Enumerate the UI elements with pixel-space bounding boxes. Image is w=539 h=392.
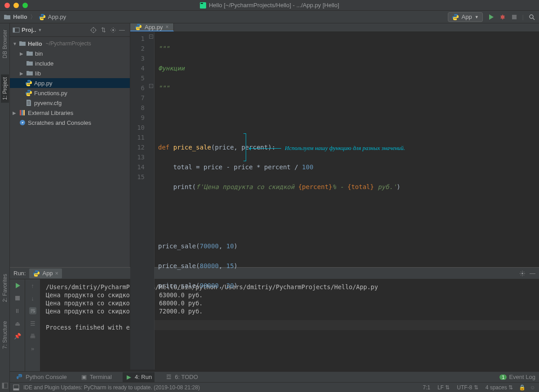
gear-icon[interactable] — [109, 26, 117, 34]
python-file-icon — [39, 13, 46, 21]
scratches-icon — [19, 119, 26, 126]
tree-folder[interactable]: ▶ lib — [10, 68, 130, 78]
tree-file[interactable]: pyvenv.cfg — [10, 98, 130, 108]
todo-tab[interactable]: ☲ 6: TODO — [163, 372, 201, 382]
tool-window-icon[interactable] — [1, 382, 9, 389]
exit-button[interactable]: ⏏ — [14, 320, 21, 327]
python-file-icon — [33, 270, 40, 277]
python-file-icon — [135, 23, 142, 31]
close-run-tab[interactable]: × — [55, 270, 59, 277]
tree-folder[interactable]: ▶ bin — [10, 48, 130, 58]
status-lineending[interactable]: LF ⇅ — [436, 384, 451, 391]
editor[interactable]: 123456789101112131415 − − """ Функции ""… — [130, 32, 539, 370]
project-view-icon — [13, 26, 20, 34]
svg-rect-17 — [15, 296, 20, 300]
locate-icon[interactable] — [89, 26, 97, 34]
tree-external-libs[interactable]: ▶ External Libraries — [10, 108, 130, 118]
minimize-window-button[interactable] — [13, 3, 19, 8]
python-console-tab[interactable]: Python Console — [13, 372, 70, 382]
annotation-bracket — [243, 133, 246, 161]
editor-tab[interactable]: App.py × — [130, 23, 174, 31]
debug-button[interactable] — [499, 13, 506, 21]
breadcrumb-file[interactable]: App.py — [39, 13, 66, 21]
tree-folder[interactable]: include — [10, 58, 130, 68]
pause-button[interactable]: ⏸ — [14, 307, 21, 314]
status-encoding[interactable]: UTF-8 ⇅ — [455, 384, 480, 391]
search-icon[interactable] — [528, 13, 535, 21]
run-controls: ⏸ ⏏ 📌 — [10, 279, 25, 371]
expand-all-icon[interactable]: ⇅ — [99, 26, 107, 34]
list-icon: ☲ — [165, 374, 172, 381]
rerun-button[interactable] — [14, 282, 21, 289]
db-browser-tab[interactable]: DB Browser — [1, 27, 9, 61]
run-button[interactable] — [487, 13, 495, 21]
folder-icon — [26, 70, 33, 77]
play-icon: ▶ — [125, 374, 133, 381]
svg-point-4 — [530, 15, 533, 18]
folder-icon — [4, 13, 11, 21]
python-icon — [16, 374, 23, 381]
python-file-icon — [25, 89, 32, 97]
svg-point-2 — [501, 15, 504, 19]
bottom-toolbar: Python Console ▣ Terminal ▶ 4: Run ☲ 6: … — [10, 371, 539, 382]
status-position[interactable]: 7:1 — [421, 384, 432, 391]
stop-button[interactable] — [511, 13, 518, 21]
pycharm-icon — [200, 2, 206, 9]
svg-point-10 — [93, 30, 94, 31]
run-config-selector[interactable]: App ▼ — [448, 12, 483, 22]
breadcrumb-root[interactable]: Hello — [4, 13, 27, 21]
tool-window-icon[interactable] — [13, 384, 20, 391]
project-title: Proj.. — [22, 26, 36, 33]
close-tab-button[interactable]: × — [165, 24, 168, 30]
lock-icon[interactable]: 🔒 — [518, 384, 526, 391]
scroll-button[interactable]: ☰ — [29, 320, 36, 327]
structure-tab[interactable]: 7: Structure — [1, 318, 9, 352]
chevron-down-icon: ▼ — [475, 15, 479, 19]
wrap-button[interactable] — [29, 307, 36, 314]
more-button[interactable]: » — [29, 345, 36, 352]
left-gutter: DB Browser 1: Project 2: Favorites 7: St… — [0, 23, 10, 392]
terminal-tab[interactable]: ▣ Terminal — [78, 372, 115, 382]
status-bar: IDE and Plugin Updates: PyCharm is ready… — [10, 382, 539, 392]
run-controls-2: ↑ ↓ ☰ 🖶 » — [25, 279, 40, 371]
svg-rect-19 — [13, 388, 19, 390]
terminal-icon: ▣ — [80, 374, 88, 381]
project-tab[interactable]: 1: Project — [1, 75, 9, 103]
up-button[interactable]: ↑ — [29, 282, 36, 289]
fold-gutter[interactable]: − − — [148, 32, 155, 370]
stop-button[interactable] — [14, 295, 21, 302]
window-title: Hello [~/PycharmProjects/Hello] - .../Ap… — [209, 2, 339, 9]
tree-scratches[interactable]: Scratches and Consoles — [10, 118, 130, 128]
text-file-icon — [25, 99, 32, 106]
favorites-tab[interactable]: 2: Favorites — [1, 271, 9, 305]
run-tab[interactable]: App × — [29, 269, 62, 278]
project-panel: Proj.. ▼ ⇅ — ▼ Hello ~/PycharmProjects — [10, 23, 130, 267]
svg-rect-12 — [20, 110, 21, 115]
maximize-window-button[interactable] — [22, 3, 28, 8]
python-file-icon — [25, 79, 32, 87]
tree-file[interactable]: Functions.py — [10, 88, 130, 98]
run-panel-title: Run: — [13, 270, 26, 277]
tree-root[interactable]: ▼ Hello ~/PycharmProjects — [10, 39, 130, 48]
tree-file-app[interactable]: App.py — [10, 78, 130, 88]
svg-rect-6 — [2, 383, 4, 388]
close-window-button[interactable] — [4, 3, 10, 8]
hide-panel-button[interactable]: — — [119, 26, 127, 33]
run-tab-bottom[interactable]: ▶ 4: Run — [123, 372, 155, 382]
hector-icon[interactable]: ☺ — [529, 384, 536, 391]
library-icon — [19, 109, 26, 116]
titlebar: Hello [~/PycharmProjects/Hello] - .../Ap… — [0, 0, 539, 11]
code-content[interactable]: """ Функции """ def price_sale(price, pe… — [155, 32, 539, 370]
svg-rect-8 — [13, 28, 15, 32]
folder-icon — [26, 50, 33, 57]
python-file-icon — [452, 13, 459, 21]
annotation: Используем нашу функцию для разных значе… — [250, 143, 405, 153]
event-log-button[interactable]: 1 Event Log — [499, 374, 535, 380]
folder-icon — [19, 40, 26, 47]
status-indent[interactable]: 4 spaces ⇅ — [484, 384, 515, 391]
main-area: DB Browser 1: Project 2: Favorites 7: St… — [0, 23, 539, 392]
down-button[interactable]: ↓ — [29, 295, 36, 302]
print-button[interactable]: 🖶 — [29, 332, 36, 339]
pin-button[interactable]: 📌 — [14, 332, 21, 339]
editor-area: App.py × 123456789101112131415 − − """ Ф… — [130, 23, 539, 267]
